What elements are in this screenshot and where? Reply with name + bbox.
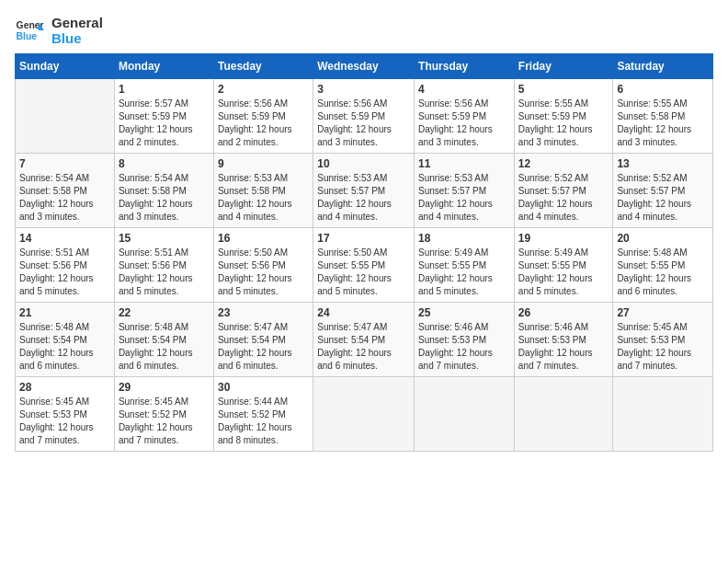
cal-cell: 6Sunrise: 5:55 AM Sunset: 5:58 PM Daylig…: [613, 79, 713, 154]
page-header: General Blue General Blue: [15, 15, 713, 46]
cal-cell: 14Sunrise: 5:51 AM Sunset: 5:56 PM Dayli…: [16, 228, 115, 303]
svg-text:Blue: Blue: [17, 31, 38, 41]
day-info: Sunrise: 5:54 AM Sunset: 5:58 PM Dayligh…: [119, 172, 210, 224]
day-info: Sunrise: 5:56 AM Sunset: 5:59 PM Dayligh…: [418, 98, 510, 149]
day-info: Sunrise: 5:51 AM Sunset: 5:56 PM Dayligh…: [19, 247, 110, 298]
day-info: Sunrise: 5:54 AM Sunset: 5:58 PM Dayligh…: [19, 172, 110, 224]
cal-cell: 1Sunrise: 5:57 AM Sunset: 5:59 PM Daylig…: [114, 79, 213, 154]
day-number: 8: [119, 157, 210, 170]
day-number: 10: [317, 157, 410, 170]
day-info: Sunrise: 5:47 AM Sunset: 5:54 PM Dayligh…: [218, 321, 309, 373]
day-number: 11: [418, 157, 510, 170]
day-info: Sunrise: 5:52 AM Sunset: 5:57 PM Dayligh…: [518, 172, 609, 224]
day-info: Sunrise: 5:45 AM Sunset: 5:52 PM Dayligh…: [119, 396, 210, 447]
day-info: Sunrise: 5:48 AM Sunset: 5:54 PM Dayligh…: [119, 321, 210, 373]
day-number: 7: [19, 157, 110, 170]
col-header-monday: Monday: [114, 54, 213, 79]
day-number: 3: [317, 83, 410, 96]
day-info: Sunrise: 5:44 AM Sunset: 5:52 PM Dayligh…: [218, 396, 309, 447]
day-number: 27: [617, 306, 709, 319]
day-number: 21: [19, 306, 110, 319]
day-info: Sunrise: 5:52 AM Sunset: 5:57 PM Dayligh…: [617, 172, 709, 224]
cal-cell: 19Sunrise: 5:49 AM Sunset: 5:55 PM Dayli…: [514, 228, 613, 303]
day-number: 22: [119, 306, 210, 319]
cal-cell: 2Sunrise: 5:56 AM Sunset: 5:59 PM Daylig…: [213, 79, 313, 154]
day-number: 13: [617, 157, 709, 170]
day-info: Sunrise: 5:46 AM Sunset: 5:53 PM Dayligh…: [418, 321, 510, 373]
day-number: 23: [218, 306, 309, 319]
cal-cell: 15Sunrise: 5:51 AM Sunset: 5:56 PM Dayli…: [114, 228, 213, 303]
cal-cell: 20Sunrise: 5:48 AM Sunset: 5:55 PM Dayli…: [613, 228, 713, 303]
cal-cell: [514, 377, 613, 452]
cal-cell: 27Sunrise: 5:45 AM Sunset: 5:53 PM Dayli…: [613, 303, 713, 377]
cal-cell: 23Sunrise: 5:47 AM Sunset: 5:54 PM Dayli…: [213, 303, 313, 377]
day-info: Sunrise: 5:53 AM Sunset: 5:57 PM Dayligh…: [317, 172, 410, 224]
cal-cell: 17Sunrise: 5:50 AM Sunset: 5:55 PM Dayli…: [313, 228, 415, 303]
day-info: Sunrise: 5:55 AM Sunset: 5:59 PM Dayligh…: [518, 98, 609, 149]
cal-cell: [415, 377, 515, 452]
day-info: Sunrise: 5:49 AM Sunset: 5:55 PM Dayligh…: [418, 247, 510, 298]
cal-cell: 8Sunrise: 5:54 AM Sunset: 5:58 PM Daylig…: [114, 154, 213, 228]
cal-cell: 24Sunrise: 5:47 AM Sunset: 5:54 PM Dayli…: [313, 303, 415, 377]
day-number: 5: [518, 83, 609, 96]
logo-general: General: [51, 15, 103, 30]
day-number: 15: [119, 232, 210, 245]
day-info: Sunrise: 5:51 AM Sunset: 5:56 PM Dayligh…: [119, 247, 210, 298]
day-number: 24: [317, 306, 410, 319]
day-info: Sunrise: 5:48 AM Sunset: 5:55 PM Dayligh…: [617, 247, 709, 298]
day-info: Sunrise: 5:50 AM Sunset: 5:55 PM Dayligh…: [317, 247, 410, 298]
col-header-wednesday: Wednesday: [313, 54, 415, 79]
day-info: Sunrise: 5:45 AM Sunset: 5:53 PM Dayligh…: [617, 321, 709, 373]
day-info: Sunrise: 5:56 AM Sunset: 5:59 PM Dayligh…: [218, 98, 309, 149]
day-number: 9: [218, 157, 309, 170]
cal-cell: 21Sunrise: 5:48 AM Sunset: 5:54 PM Dayli…: [16, 303, 115, 377]
cal-cell: 28Sunrise: 5:45 AM Sunset: 5:53 PM Dayli…: [16, 377, 115, 452]
cal-cell: [613, 377, 713, 452]
day-number: 17: [317, 232, 410, 245]
cal-cell: 12Sunrise: 5:52 AM Sunset: 5:57 PM Dayli…: [514, 154, 613, 228]
day-number: 26: [518, 306, 609, 319]
day-number: 19: [518, 232, 609, 245]
day-number: 20: [617, 232, 709, 245]
cal-cell: 3Sunrise: 5:56 AM Sunset: 5:59 PM Daylig…: [313, 79, 415, 154]
cal-cell: 29Sunrise: 5:45 AM Sunset: 5:52 PM Dayli…: [114, 377, 213, 452]
day-number: 25: [418, 306, 510, 319]
logo-blue: Blue: [51, 30, 103, 46]
day-info: Sunrise: 5:55 AM Sunset: 5:58 PM Dayligh…: [617, 98, 709, 149]
day-info: Sunrise: 5:46 AM Sunset: 5:53 PM Dayligh…: [518, 321, 609, 373]
day-number: 4: [418, 83, 510, 96]
col-header-sunday: Sunday: [16, 54, 115, 79]
day-number: 1: [119, 83, 210, 96]
day-number: 29: [119, 381, 210, 394]
day-info: Sunrise: 5:47 AM Sunset: 5:54 PM Dayligh…: [317, 321, 410, 373]
day-info: Sunrise: 5:53 AM Sunset: 5:58 PM Dayligh…: [218, 172, 309, 224]
cal-cell: [16, 79, 115, 154]
day-number: 16: [218, 232, 309, 245]
cal-cell: 7Sunrise: 5:54 AM Sunset: 5:58 PM Daylig…: [16, 154, 115, 228]
cal-cell: 4Sunrise: 5:56 AM Sunset: 5:59 PM Daylig…: [415, 79, 515, 154]
day-info: Sunrise: 5:53 AM Sunset: 5:57 PM Dayligh…: [418, 172, 510, 224]
day-info: Sunrise: 5:50 AM Sunset: 5:56 PM Dayligh…: [218, 247, 309, 298]
col-header-thursday: Thursday: [415, 54, 515, 79]
cal-cell: 22Sunrise: 5:48 AM Sunset: 5:54 PM Dayli…: [114, 303, 213, 377]
cal-cell: 9Sunrise: 5:53 AM Sunset: 5:58 PM Daylig…: [213, 154, 313, 228]
col-header-friday: Friday: [514, 54, 613, 79]
logo-icon: General Blue: [15, 16, 44, 45]
cal-cell: 13Sunrise: 5:52 AM Sunset: 5:57 PM Dayli…: [613, 154, 713, 228]
cal-cell: 10Sunrise: 5:53 AM Sunset: 5:57 PM Dayli…: [313, 154, 415, 228]
cal-cell: 16Sunrise: 5:50 AM Sunset: 5:56 PM Dayli…: [213, 228, 313, 303]
col-header-tuesday: Tuesday: [213, 54, 313, 79]
day-number: 6: [617, 83, 709, 96]
cal-cell: 26Sunrise: 5:46 AM Sunset: 5:53 PM Dayli…: [514, 303, 613, 377]
day-number: 12: [518, 157, 609, 170]
col-header-saturday: Saturday: [613, 54, 713, 79]
logo: General Blue General Blue: [15, 15, 103, 46]
cal-cell: 18Sunrise: 5:49 AM Sunset: 5:55 PM Dayli…: [415, 228, 515, 303]
cal-cell: 25Sunrise: 5:46 AM Sunset: 5:53 PM Dayli…: [415, 303, 515, 377]
day-number: 28: [19, 381, 110, 394]
calendar-table: SundayMondayTuesdayWednesdayThursdayFrid…: [15, 53, 713, 452]
day-number: 2: [218, 83, 309, 96]
day-info: Sunrise: 5:48 AM Sunset: 5:54 PM Dayligh…: [19, 321, 110, 373]
day-number: 14: [19, 232, 110, 245]
day-info: Sunrise: 5:49 AM Sunset: 5:55 PM Dayligh…: [518, 247, 609, 298]
